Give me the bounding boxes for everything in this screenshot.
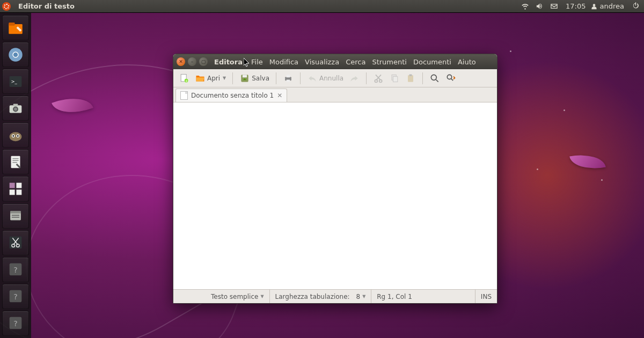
user-menu[interactable]: andrea bbox=[590, 2, 624, 10]
svg-text:?: ? bbox=[13, 266, 18, 274]
terminal-icon: >_ bbox=[6, 72, 25, 91]
launcher-files[interactable] bbox=[2, 15, 29, 40]
sound-indicator[interactable] bbox=[536, 2, 544, 10]
svg-rect-2 bbox=[9, 23, 14, 26]
decorative-leaf bbox=[52, 90, 93, 121]
titlebar[interactable]: ✕ – ▢ Editora File Modifica Visualizza C… bbox=[173, 54, 497, 69]
launcher-camera[interactable] bbox=[2, 95, 29, 121]
launcher-gimp[interactable] bbox=[2, 122, 29, 148]
find-button[interactable] bbox=[427, 71, 442, 86]
open-button[interactable]: Apri ▼ bbox=[193, 71, 228, 86]
svg-rect-28 bbox=[12, 217, 19, 217]
svg-point-0 bbox=[592, 4, 595, 6]
decorative-leaf bbox=[569, 151, 606, 173]
clock[interactable]: 17:05 bbox=[566, 2, 586, 10]
launcher-placeholder[interactable]: ? bbox=[2, 284, 29, 309]
svg-rect-26 bbox=[10, 211, 21, 214]
launcher-placeholder[interactable]: ? bbox=[2, 311, 29, 336]
menu-search[interactable]: Cerca bbox=[346, 58, 365, 66]
gimp-icon bbox=[6, 126, 25, 144]
print-button[interactable] bbox=[281, 71, 296, 86]
volume-icon bbox=[536, 2, 544, 10]
chevron-down-icon: ▼ bbox=[260, 294, 264, 299]
svg-rect-45 bbox=[287, 79, 290, 82]
maximize-button[interactable]: ▢ bbox=[199, 57, 208, 66]
launcher-file-manager[interactable] bbox=[2, 203, 29, 229]
gedit-window: ✕ – ▢ Editora File Modifica Visualizza C… bbox=[173, 54, 497, 304]
tab-strip: Documento senza titolo 1 ✕ bbox=[173, 87, 497, 102]
svg-rect-24 bbox=[16, 189, 21, 195]
cut-button[interactable] bbox=[371, 71, 386, 86]
tab-width-selector[interactable]: Larghezza tabulazione: 8 ▼ bbox=[269, 290, 371, 303]
ubuntu-button[interactable] bbox=[0, 0, 13, 13]
find-replace-button[interactable] bbox=[443, 71, 458, 86]
copy-button[interactable] bbox=[387, 71, 402, 86]
user-icon bbox=[590, 3, 598, 10]
launcher-placeholder[interactable]: ? bbox=[2, 257, 29, 282]
messaging-indicator[interactable] bbox=[550, 2, 558, 10]
syntax-selector[interactable]: Testo semplice ▼ bbox=[206, 290, 269, 303]
menu-edit[interactable]: Modifica bbox=[269, 58, 298, 66]
tab-close-button[interactable]: ✕ bbox=[277, 92, 282, 99]
panel-app-name: Editor di testo bbox=[18, 2, 75, 10]
chevron-down-icon: ▼ bbox=[223, 76, 226, 80]
launcher-gedit[interactable] bbox=[2, 149, 29, 174]
menu-help[interactable]: Aiuto bbox=[458, 58, 476, 66]
editor-area[interactable] bbox=[173, 102, 497, 289]
svg-text:?: ? bbox=[13, 292, 18, 301]
launcher-workspace-switcher[interactable] bbox=[2, 176, 29, 201]
separator bbox=[366, 72, 367, 84]
open-label: Apri bbox=[207, 75, 220, 82]
text-editor-icon bbox=[6, 153, 25, 171]
redo-icon bbox=[349, 73, 360, 84]
undo-button[interactable]: Annulla bbox=[305, 71, 346, 86]
svg-rect-51 bbox=[409, 74, 412, 76]
menu-tools[interactable]: Strumenti bbox=[372, 58, 407, 66]
menu-view[interactable]: Visualizza bbox=[305, 58, 339, 66]
unity-launcher: >_ ? ? ? bbox=[0, 13, 31, 338]
svg-point-10 bbox=[14, 107, 17, 111]
new-doc-icon: + bbox=[179, 73, 189, 84]
launcher-cut-tool[interactable] bbox=[2, 230, 29, 255]
menubar: File Modifica Visualizza Cerca Strumenti… bbox=[251, 58, 476, 66]
svg-rect-44 bbox=[287, 75, 290, 77]
new-button[interactable]: + bbox=[177, 71, 192, 86]
folder-icon bbox=[6, 19, 25, 37]
paste-button[interactable] bbox=[403, 71, 418, 86]
power-icon bbox=[632, 2, 640, 10]
svg-rect-19 bbox=[12, 160, 18, 160]
svg-rect-20 bbox=[12, 162, 17, 163]
print-icon bbox=[283, 73, 294, 84]
launcher-chromium[interactable] bbox=[2, 42, 29, 67]
chromium-icon bbox=[6, 46, 25, 64]
close-button[interactable]: ✕ bbox=[177, 57, 185, 66]
question-icon: ? bbox=[6, 287, 25, 305]
launcher-terminal[interactable]: >_ bbox=[2, 69, 29, 94]
svg-point-5 bbox=[13, 52, 18, 57]
search-replace-icon bbox=[445, 73, 456, 84]
scissors-icon bbox=[6, 233, 25, 252]
svg-rect-18 bbox=[12, 158, 18, 159]
ubuntu-logo-icon bbox=[2, 2, 11, 11]
insert-mode[interactable]: INS bbox=[475, 290, 497, 303]
redo-button[interactable] bbox=[347, 71, 362, 86]
separator bbox=[276, 72, 276, 84]
menu-file[interactable]: File bbox=[251, 58, 263, 66]
save-button[interactable]: Salva bbox=[237, 71, 272, 86]
svg-rect-21 bbox=[10, 183, 15, 188]
tab-width-value: 8 bbox=[356, 293, 360, 300]
session-indicator[interactable] bbox=[632, 2, 640, 11]
minimize-button[interactable]: – bbox=[188, 57, 196, 66]
svg-point-12 bbox=[10, 132, 22, 141]
network-indicator[interactable] bbox=[521, 2, 529, 10]
svg-point-53 bbox=[447, 75, 451, 79]
svg-point-16 bbox=[17, 135, 19, 137]
document-tab[interactable]: Documento senza titolo 1 ✕ bbox=[175, 89, 287, 102]
cut-icon bbox=[373, 73, 384, 84]
camera-icon bbox=[6, 99, 25, 117]
save-label: Salva bbox=[252, 75, 269, 82]
window-controls: ✕ – ▢ bbox=[177, 57, 208, 66]
undo-icon bbox=[307, 73, 318, 84]
wifi-icon bbox=[521, 2, 529, 10]
menu-documents[interactable]: Documenti bbox=[413, 58, 451, 66]
